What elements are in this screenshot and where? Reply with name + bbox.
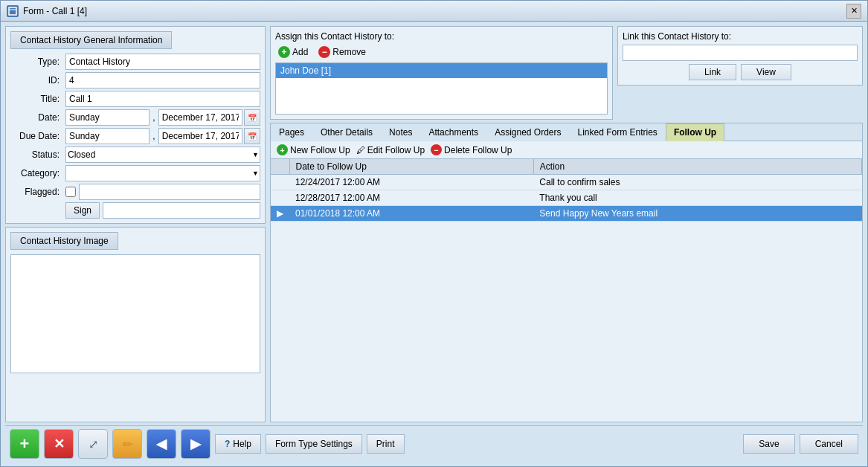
date-sep: , <box>151 109 156 126</box>
title-bar: Form - Call 1 [4] ✕ <box>1 1 867 22</box>
delete-followup-button[interactable]: − Delete Follow Up <box>431 144 512 155</box>
new-followup-icon: + <box>277 144 288 155</box>
top-area: Contact History General Information Type… <box>5 26 863 422</box>
sign-button[interactable]: Sign <box>65 202 100 219</box>
assign-section: Assign this Contact History to: + Add − … <box>270 26 613 120</box>
type-label: Type: <box>10 57 62 67</box>
due-date-calendar-btn[interactable]: 📅 <box>244 128 260 144</box>
assign-add-button[interactable]: + Add <box>275 45 311 59</box>
right-panel: Assign this Contact History to: + Add − … <box>270 26 863 422</box>
edit-button[interactable]: ✏ <box>112 429 142 459</box>
id-input[interactable] <box>65 72 260 88</box>
followup-table: Date to Follow Up Action 12/24/2017 12:0… <box>271 159 862 422</box>
back-button[interactable]: ◀ <box>147 429 176 459</box>
help-button[interactable]: ? Help <box>215 434 261 454</box>
contact-history-box: Contact History General Information Type… <box>5 26 266 224</box>
tab-pages[interactable]: Pages <box>271 123 312 141</box>
remove-label: Remove <box>332 47 366 57</box>
flagged-checkbox[interactable] <box>65 187 76 197</box>
back-arrow-icon: ◀ <box>156 436 167 452</box>
forward-button[interactable]: ▶ <box>181 429 210 459</box>
status-select-wrapper: Closed ▼ <box>65 146 260 163</box>
edit-followup-label: Edit Follow Up <box>367 145 425 155</box>
new-followup-button[interactable]: + New Follow Up <box>277 144 350 155</box>
assign-list: John Doe [1] <box>275 62 608 115</box>
col-indicator <box>271 159 289 175</box>
pencil-icon: ✏ <box>123 437 132 451</box>
add-icon: + <box>278 46 290 58</box>
link-box: Link this Contact History to: Link View <box>617 26 863 86</box>
save-button[interactable]: Save <box>743 434 794 454</box>
assign-list-item[interactable]: John Doe [1] <box>276 63 607 78</box>
bottom-bar: + ✕ ⤢ ✏ ◀ ▶ ? Help <box>5 425 863 462</box>
status-select[interactable]: Closed <box>65 146 260 163</box>
id-label: ID: <box>10 75 62 86</box>
flagged-row <box>65 184 260 200</box>
link-buttons: Link View <box>623 64 858 80</box>
title-input[interactable] <box>65 91 260 107</box>
type-input[interactable] <box>65 54 260 70</box>
tab-notes[interactable]: Notes <box>381 123 420 141</box>
assign-and-link-row: Assign this Contact History to: + Add − … <box>270 26 863 120</box>
main-window: Form - Call 1 [4] ✕ Contact History Gene… <box>0 0 868 467</box>
main-content: Contact History General Information Type… <box>1 22 867 466</box>
tab-other-details[interactable]: Other Details <box>312 123 381 141</box>
delete-followup-label: Delete Follow Up <box>444 145 512 155</box>
left-panel: Contact History General Information Type… <box>5 26 266 422</box>
add-record-button[interactable]: + <box>10 429 39 459</box>
forward-arrow-icon: ▶ <box>190 436 201 452</box>
category-select-wrapper: ▼ <box>65 165 260 181</box>
table-header-row: Date to Follow Up Action <box>271 159 862 175</box>
flagged-label: Flagged: <box>10 187 62 197</box>
print-button[interactable]: Print <box>367 434 405 454</box>
sign-text-input[interactable] <box>103 202 260 219</box>
tab-follow-up[interactable]: Follow Up <box>666 123 724 141</box>
due-date-label: Due Date: <box>10 131 62 141</box>
remove-icon: − <box>318 46 330 58</box>
assign-remove-button[interactable]: − Remove <box>315 45 369 59</box>
close-button[interactable]: ✕ <box>846 4 861 19</box>
row-action: Thank you call <box>533 190 861 206</box>
assign-header: Assign this Contact History to: <box>275 31 608 42</box>
sign-row: Sign <box>65 202 260 219</box>
link-header: Link this Contact History to: <box>623 31 858 42</box>
new-followup-label: New Follow Up <box>290 145 350 155</box>
followup-toolbar: + New Follow Up 🖊 Edit Follow Up − Delet… <box>271 141 862 159</box>
due-date-rest-input[interactable] <box>158 128 242 144</box>
table-row[interactable]: 12/28/2017 12:00 AM Thank you call <box>271 190 862 206</box>
tab-assigned-orders[interactable]: Assigned Orders <box>486 123 569 141</box>
add-label: Add <box>292 47 308 57</box>
date-field-row: , 📅 <box>65 109 260 126</box>
table-row[interactable]: 12/24/2017 12:00 AM Call to confirm sale… <box>271 175 862 190</box>
row-action: Call to confirm sales <box>533 175 861 190</box>
date-rest-input[interactable] <box>158 109 242 126</box>
row-date: 01/01/2018 12:00 AM <box>289 206 533 222</box>
tab-linked-form-entries[interactable]: Linked Form Entries <box>570 123 666 141</box>
delete-record-button[interactable]: ✕ <box>44 429 74 459</box>
edit-followup-button[interactable]: 🖊 Edit Follow Up <box>356 145 425 155</box>
contact-image-btn[interactable]: Contact History Image <box>10 232 118 250</box>
save-cancel-area: Save Cancel <box>743 434 858 454</box>
due-day-input[interactable] <box>65 128 150 144</box>
contact-history-btn[interactable]: Contact History General Information <box>10 31 172 49</box>
row-action: Send Happy New Years email <box>533 206 861 222</box>
tab-attachments[interactable]: Attachments <box>420 123 486 141</box>
date-day-input[interactable] <box>65 109 150 126</box>
expand-button[interactable]: ⤢ <box>78 429 108 459</box>
table-row-selected[interactable]: ▶ 01/01/2018 12:00 AM Send Happy New Yea… <box>271 206 862 222</box>
assign-controls: + Add − Remove <box>275 45 608 59</box>
date-calendar-btn[interactable]: 📅 <box>244 109 260 126</box>
link-input[interactable] <box>623 45 858 61</box>
add-record-icon: + <box>20 434 30 454</box>
edit-followup-icon: 🖊 <box>356 145 365 155</box>
link-button[interactable]: Link <box>689 64 736 80</box>
cancel-button[interactable]: Cancel <box>800 434 858 454</box>
bottom-left-toolbar: + ✕ ⤢ ✏ ◀ ▶ ? Help <box>10 429 405 459</box>
contact-image-box: Contact History Image <box>5 227 266 422</box>
help-icon: ? <box>225 439 230 449</box>
flagged-text-input[interactable] <box>79 184 260 200</box>
category-select[interactable] <box>65 165 260 181</box>
form-grid: Type: ID: Title: Date: , 📅 <box>10 54 260 219</box>
view-button[interactable]: View <box>741 64 791 80</box>
form-type-settings-button[interactable]: Form Type Settings <box>266 434 362 454</box>
